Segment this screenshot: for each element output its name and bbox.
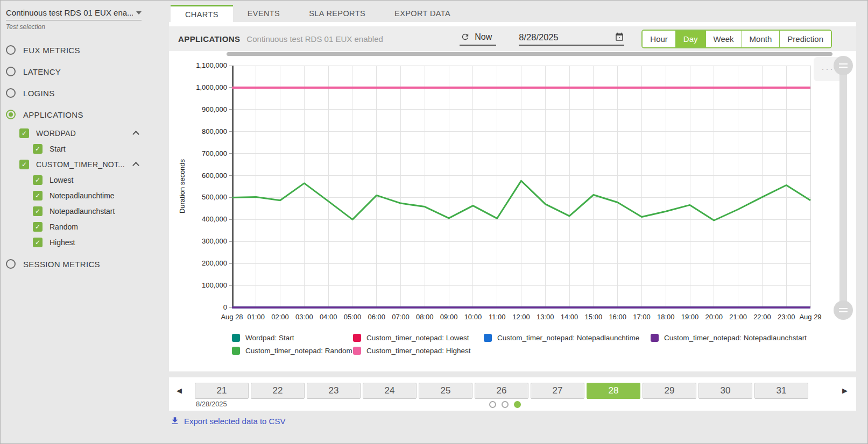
tree-item-notepadlaunchstart[interactable]: ✓Notepadlaunchstart [6, 203, 165, 219]
day-button-25[interactable]: 25 [419, 383, 472, 399]
date-value: 8/28/2025 [519, 32, 615, 42]
tree-item-start[interactable]: ✓Start [6, 141, 165, 156]
checkbox-icon-start[interactable]: ✓ [33, 144, 43, 154]
day-button-21[interactable]: 21 [195, 383, 249, 399]
legend-label: Wordpad: Start [245, 334, 294, 342]
checkbox-icon-notepadlaunchtime[interactable]: ✓ [33, 191, 43, 200]
pagination-dots [489, 401, 521, 408]
y-axis-tick-label: 400,000 [178, 215, 227, 223]
day-button-26[interactable]: 26 [475, 383, 528, 399]
y-axis-tick-label: 1,100,000 [178, 61, 227, 69]
app-window: Continuous test RDS 01 EUX ena... Test s… [0, 0, 868, 444]
y-axis-tick-label: 300,000 [178, 237, 227, 245]
tree-item-label: Random [50, 223, 78, 231]
range-button-month[interactable]: Month [742, 31, 780, 47]
pagination-dot-1[interactable] [489, 401, 496, 408]
y-axis-tick-label: 100,000 [178, 281, 227, 289]
day-button-30[interactable]: 30 [698, 383, 752, 399]
legend-item-wordpad-start[interactable]: Wordpad: Start [232, 334, 353, 342]
legend-label: Custom_timer_notepad: Notepadlaunchstart [664, 334, 807, 342]
day-button-row: 2122232425262728293031 [195, 383, 808, 399]
day-button-27[interactable]: 27 [531, 383, 584, 399]
tree-item-notepadlaunchtime[interactable]: ✓Notepadlaunchtime [6, 188, 165, 203]
day-button-31[interactable]: 31 [754, 383, 808, 399]
y-axis-tick-label: 0 [178, 303, 227, 311]
checkbox-icon-notepadlaunchstart[interactable]: ✓ [33, 206, 43, 216]
tree-item-label: Highest [50, 238, 75, 247]
download-icon [170, 416, 180, 426]
tab-sla-reports[interactable]: SLA REPORTS [294, 5, 380, 22]
tree-item-label: Lowest [50, 176, 73, 184]
tree-item-label: Start [50, 145, 66, 153]
day-button-22[interactable]: 22 [251, 383, 305, 399]
chevron-up-icon[interactable] [132, 162, 139, 169]
legend-item-custom-timer-notepad-notepadlaunchstart[interactable]: Custom_timer_notepad: Notepadlaunchstart [651, 334, 807, 342]
chart-header: APPLICATIONS Continuous test RDS 01 EUX … [169, 26, 856, 51]
legend-item-custom-timer-notepad-lowest[interactable]: Custom_timer_notepad: Lowest [353, 334, 484, 342]
legend-label: Custom_timer_notepad: Highest [366, 347, 471, 355]
refresh-now-button[interactable]: Now [460, 32, 496, 46]
slider-handle-bottom[interactable] [834, 300, 853, 320]
checkbox-icon-highest[interactable]: ✓ [33, 238, 43, 247]
tab-events[interactable]: EVENTS [233, 5, 294, 22]
checkbox-icon-custom-timer-not[interactable]: ✓ [19, 160, 29, 169]
tab-export-data[interactable]: EXPORT DATA [380, 5, 465, 22]
export-csv-label: Export selected data to CSV [184, 417, 285, 426]
chart-horizontal-scrollbar[interactable] [227, 52, 832, 56]
calendar-icon[interactable] [615, 32, 624, 42]
sidebar-item-latency[interactable]: LATENCY [6, 61, 165, 82]
test-selection-caption: Test selection [6, 23, 165, 31]
range-button-week[interactable]: Week [705, 31, 742, 47]
range-button-hour[interactable]: Hour [643, 31, 675, 47]
pagination-dot-3[interactable] [514, 401, 521, 408]
range-button-prediction[interactable]: Prediction [779, 31, 831, 47]
day-button-29[interactable]: 29 [643, 383, 696, 399]
legend-label: Custom_timer_notepad: Lowest [366, 334, 469, 342]
radio-icon-eux-metrics [6, 45, 16, 55]
sidebar-item-eux-metrics[interactable]: EUX METRICS [6, 39, 165, 61]
checkbox-icon-wordpad[interactable]: ✓ [19, 128, 29, 138]
day-button-24[interactable]: 24 [363, 383, 417, 399]
y-axis-tick-label: 500,000 [178, 193, 227, 201]
tree-group-label: CUSTOM_TIMER_NOT... [36, 160, 133, 169]
legend-item-custom-timer-notepad-random[interactable]: Custom_timer_notepad: Random [232, 347, 353, 355]
test-selection-dropdown[interactable]: Continuous test RDS 01 EUX ena... [6, 7, 142, 20]
pagination-dot-2[interactable] [502, 401, 509, 408]
legend-item-custom-timer-notepad-notepadlaunchtime[interactable]: Custom_timer_notepad: Notepadlaunchtime [484, 334, 651, 342]
tree-item-highest[interactable]: ✓Highest [6, 234, 165, 250]
now-label: Now [475, 32, 492, 42]
tree-item-lowest[interactable]: ✓Lowest [6, 172, 165, 188]
export-csv-link[interactable]: Export selected data to CSV [170, 416, 285, 426]
tree-group-custom-timer-not[interactable]: ✓CUSTOM_TIMER_NOT... [6, 156, 142, 172]
legend-swatch [232, 347, 240, 355]
sidebar-item-applications[interactable]: APPLICATIONS [6, 104, 165, 125]
slider-handle-top[interactable] [834, 56, 853, 75]
sidebar-item-logins[interactable]: LOGINS [6, 82, 165, 104]
chevron-up-icon[interactable] [132, 131, 139, 138]
day-button-23[interactable]: 23 [307, 383, 361, 399]
tree-group-wordpad[interactable]: ✓WORDPAD [6, 125, 142, 141]
chart-vertical-slider-track[interactable] [839, 65, 847, 312]
tree-group-label: WORDPAD [36, 129, 133, 138]
metric-section-list: EUX METRICSLATENCYLOGINSAPPLICATIONS✓WOR… [6, 39, 165, 275]
sidebar-item-session-metrics[interactable]: SESSION METRICS [6, 253, 165, 275]
legend-label: Custom_timer_notepad: Random [245, 347, 352, 355]
checkbox-icon-random[interactable]: ✓ [33, 222, 43, 232]
range-button-day[interactable]: Day [675, 31, 705, 47]
tab-charts[interactable]: CHARTS [171, 5, 233, 22]
selected-date-label: 8/28/2025 [196, 400, 227, 408]
checkbox-icon-lowest[interactable]: ✓ [33, 175, 43, 185]
legend-swatch [353, 347, 361, 355]
y-axis-tick-label: 600,000 [178, 171, 227, 180]
sidebar-item-label: EUX METRICS [23, 46, 80, 55]
date-input[interactable]: 8/28/2025 [519, 32, 624, 46]
previous-days-arrow[interactable]: ◀ [177, 386, 182, 395]
sidebar-item-label: LOGINS [23, 89, 54, 98]
next-days-arrow[interactable]: ▶ [842, 386, 848, 395]
line-chart-plot [232, 66, 811, 309]
sidebar-item-label: APPLICATIONS [23, 110, 83, 119]
day-button-28[interactable]: 28 [587, 383, 640, 399]
tree-item-random[interactable]: ✓Random [6, 219, 165, 234]
y-axis-tick-label: 200,000 [178, 259, 227, 267]
legend-item-custom-timer-notepad-highest[interactable]: Custom_timer_notepad: Highest [353, 347, 484, 355]
